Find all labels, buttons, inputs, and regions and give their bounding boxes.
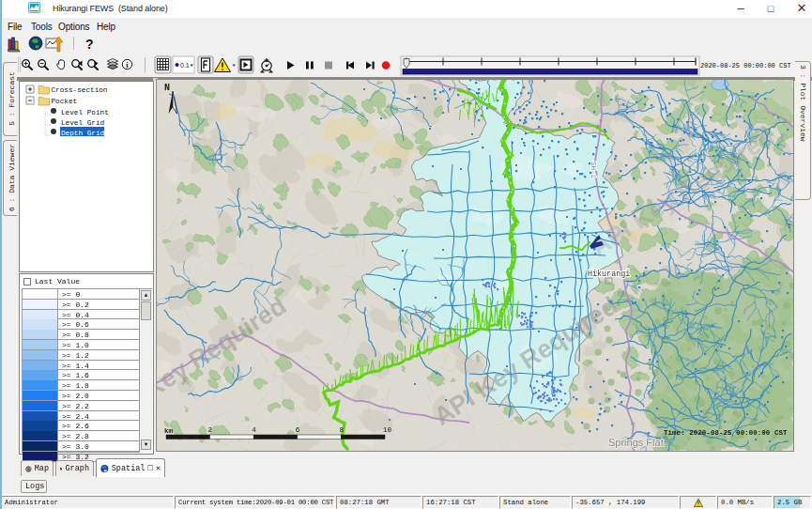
svg-text:Pocket: Pocket	[52, 98, 78, 105]
svg-text:N: N	[164, 83, 170, 93]
svg-text:Level Grid: Level Grid	[61, 119, 104, 127]
svg-text:10: 10	[383, 426, 392, 434]
svg-text:8: 8	[339, 426, 344, 434]
svg-text:SH 1: SH 1	[590, 162, 597, 179]
svg-text:?: ?	[85, 37, 94, 52]
svg-text:Springs Flat: Springs Flat	[608, 437, 664, 448]
svg-text:2: 2	[208, 426, 213, 434]
svg-text:km: km	[164, 427, 174, 435]
svg-text:Level Point: Level Point	[61, 109, 109, 116]
svg-text:Hikurangi: Hikurangi	[588, 270, 630, 279]
svg-text:Time: 2020-08-25 00:00:00 CST: Time: 2020-08-25 00:00:00 CST	[664, 429, 788, 437]
svg-text:4: 4	[252, 426, 256, 434]
svg-text:Depth Grid: Depth Grid	[61, 130, 104, 137]
svg-text:0.1: 0.1	[180, 62, 190, 69]
svg-text:6: 6	[296, 426, 300, 434]
svg-text:Cross-section: Cross-section	[52, 86, 108, 94]
